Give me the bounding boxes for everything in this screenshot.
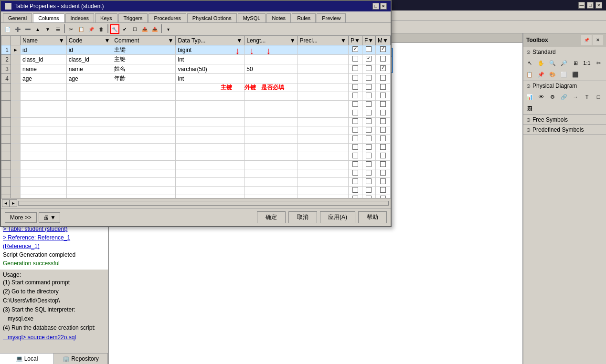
table-row[interactable]: 1 ► id id 主键 bigint	[1, 45, 391, 55]
th-precision[interactable]: Preci...▼	[298, 36, 348, 45]
tb-view[interactable]: 👁	[536, 92, 546, 102]
th-code[interactable]: Code▼	[66, 36, 112, 45]
window-controls[interactable]: — □ ✕	[578, 2, 602, 9]
tab-notes[interactable]: Notes	[266, 13, 291, 22]
apply-button[interactable]: 应用(A)	[320, 211, 355, 223]
cell-name[interactable]: id	[21, 45, 67, 55]
cell-m[interactable]	[376, 64, 391, 74]
tab-triggers[interactable]: Triggers	[118, 13, 148, 22]
tab-repository[interactable]: 🏢 Repository	[54, 354, 108, 364]
dt-insert-btn[interactable]: ➕	[13, 24, 22, 34]
cell-f[interactable]	[362, 64, 375, 74]
physical-section-header[interactable]: ⊙ Physical Diagram	[523, 81, 606, 91]
dt-export-btn[interactable]: 📤	[140, 24, 149, 34]
dt-delete2-btn[interactable]: 🗑	[96, 24, 106, 34]
checkbox-p[interactable]	[352, 56, 358, 62]
th-datatype[interactable]: Data Typ...▼	[176, 36, 245, 45]
tb-paste2[interactable]: 📌	[536, 69, 546, 80]
tb-table[interactable]: 📊	[524, 92, 535, 102]
cell-code[interactable]: id	[66, 45, 112, 55]
table-row[interactable]: 4 age age 年龄 int	[1, 74, 391, 83]
tb-cursor[interactable]: ↖	[524, 58, 535, 68]
cell-p[interactable]	[348, 55, 362, 64]
toolbox-controls[interactable]: 📌 ✕	[581, 35, 603, 45]
cell-name[interactable]: name	[21, 64, 67, 74]
cell-precision[interactable]	[298, 45, 348, 55]
cell-length[interactable]	[245, 74, 298, 83]
dt-movedown-btn[interactable]: ▼	[43, 24, 53, 34]
dt-delete-row-btn[interactable]: ➖	[23, 24, 32, 34]
tb-align-r[interactable]: ⬛	[570, 69, 581, 80]
toolbox-close-btn[interactable]: ✕	[593, 35, 603, 45]
dialog-title-controls[interactable]: □ ✕	[372, 3, 387, 10]
tb-align-l[interactable]: ⬜	[559, 69, 569, 80]
tb-zoom-fit[interactable]: ⊞	[570, 58, 581, 68]
toolbox-pin-btn[interactable]: 📌	[581, 35, 592, 45]
cell-precision[interactable]	[298, 55, 348, 64]
help-button[interactable]: 帮助	[358, 211, 387, 223]
cancel-button[interactable]: 取消	[288, 211, 317, 223]
close-button[interactable]: ✕	[595, 2, 602, 9]
dt-paste-btn[interactable]: 📌	[86, 24, 96, 34]
checkbox-p[interactable]	[352, 75, 358, 81]
th-f[interactable]: F▼	[362, 36, 375, 45]
dt-selectall-btn[interactable]: ☰	[53, 24, 63, 34]
checkbox-m[interactable]	[380, 56, 386, 62]
dialog-maximize-btn[interactable]: □	[372, 3, 379, 10]
tb-cut2[interactable]: ✂	[593, 58, 604, 68]
cell-m[interactable]	[376, 74, 391, 83]
tab-keys[interactable]: Keys	[95, 13, 117, 22]
tb-image[interactable]: 🖼	[524, 103, 535, 114]
checkbox-p[interactable]	[352, 65, 358, 71]
cell-length[interactable]: 50	[245, 64, 298, 74]
dt-filter-btn[interactable]: 🔧	[110, 24, 119, 34]
th-m[interactable]: M▼	[376, 36, 391, 45]
cell-code[interactable]: class_id	[66, 55, 112, 64]
tb-format[interactable]: 🎨	[547, 69, 558, 80]
tb-arrow[interactable]: →	[570, 92, 581, 102]
th-p[interactable]: P▼	[348, 36, 362, 45]
checkbox-p[interactable]	[352, 46, 358, 52]
th-length[interactable]: Lengt...▼	[245, 36, 298, 45]
minimize-button[interactable]: —	[578, 2, 585, 9]
predefined-section-header[interactable]: ⊙ Predefined Symbols	[523, 125, 606, 135]
cell-comment[interactable]: 年龄	[112, 74, 176, 83]
cell-code[interactable]: name	[66, 64, 112, 74]
tab-procedures[interactable]: Procedures	[149, 13, 186, 22]
tab-mysql[interactable]: MySQL	[238, 13, 266, 22]
checkbox-m[interactable]	[380, 46, 386, 52]
cell-precision[interactable]	[298, 64, 348, 74]
cell-name[interactable]: class_id	[21, 55, 67, 64]
tab-rules[interactable]: Rules	[292, 13, 316, 22]
cell-name[interactable]: age	[21, 74, 67, 83]
cell-datatype[interactable]: varchar(50)	[176, 64, 245, 74]
tb-box[interactable]: □	[593, 92, 604, 102]
cell-datatype[interactable]: int	[176, 74, 245, 83]
columns-grid-container[interactable]: Name▼ Code▼ Comment▼ Data Typ...▼	[1, 36, 391, 198]
table-row[interactable]: 2 class_id class_id 主键 int	[1, 55, 391, 64]
print-button[interactable]: 🖨 ▼	[39, 212, 60, 223]
tab-local[interactable]: 💻 Local	[0, 354, 54, 364]
cell-length[interactable]	[245, 45, 298, 55]
tab-preview[interactable]: Preview	[317, 13, 346, 22]
cell-f[interactable]	[362, 45, 375, 55]
tab-indexes[interactable]: Indexes	[65, 13, 95, 22]
cell-precision[interactable]	[298, 74, 348, 83]
dt-copy-btn[interactable]: 📋	[76, 24, 86, 34]
tb-copy2[interactable]: 📋	[524, 69, 535, 80]
ok-button[interactable]: 确定	[257, 211, 286, 223]
tab-physical-options[interactable]: Physical Options	[187, 13, 237, 22]
cell-f[interactable]	[362, 74, 375, 83]
cell-m[interactable]	[376, 55, 391, 64]
checkbox-m[interactable]	[380, 65, 386, 71]
tb-zoom-in[interactable]: 🔍	[547, 58, 558, 68]
cell-datatype[interactable]: bigint	[176, 45, 245, 55]
cell-p[interactable]	[348, 64, 362, 74]
free-section-header[interactable]: ⊙ Free Symbols	[523, 115, 606, 125]
checkbox-f[interactable]	[366, 75, 372, 81]
cell-comment[interactable]: 主键	[112, 45, 176, 55]
tab-columns[interactable]: Columns	[33, 13, 64, 22]
th-name[interactable]: Name▼	[21, 36, 67, 45]
checkbox-f[interactable]	[366, 65, 372, 71]
tb-stored-proc[interactable]: ⚙	[547, 92, 558, 102]
